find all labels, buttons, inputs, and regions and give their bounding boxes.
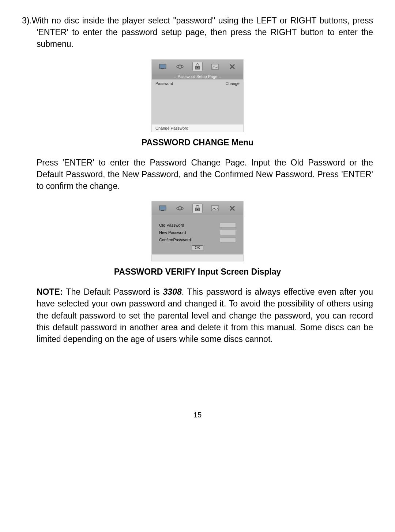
confirm-password-label: ConfirmPassword xyxy=(159,238,220,242)
old-password-field xyxy=(220,223,236,228)
page-number: 15 xyxy=(22,411,373,419)
image-icon xyxy=(210,62,220,71)
osd-title: .. Password Setup Page .. xyxy=(152,74,243,79)
svg-rect-15 xyxy=(211,206,219,211)
caption-password-change: PASSWORD CHANGE Menu xyxy=(22,138,373,148)
password-verify-figure: Old Password New Password ConfirmPasswor… xyxy=(22,201,373,261)
step-3-instruction: 3).With no disc inside the player select… xyxy=(22,15,373,50)
svg-rect-9 xyxy=(159,206,166,210)
svg-point-2 xyxy=(177,65,183,68)
display-icon xyxy=(158,62,168,71)
new-password-row: New Password xyxy=(159,230,236,235)
close-x-icon xyxy=(227,62,237,71)
osd-row-value: Change xyxy=(225,81,240,86)
password-change-paragraph: Press 'ENTER' to enter the Password Chan… xyxy=(22,157,373,192)
osd-screen-2: Old Password New Password ConfirmPasswor… xyxy=(151,201,244,261)
globe-ring-icon xyxy=(175,62,185,71)
osd-screen-1: .. Password Setup Page .. Password Chang… xyxy=(151,59,244,132)
old-password-label: Old Password xyxy=(159,223,220,227)
osd-row-label: Password xyxy=(155,81,173,86)
new-password-label: New Password xyxy=(159,230,220,235)
osd-password-row: Password Change xyxy=(155,81,240,86)
svg-rect-10 xyxy=(161,210,164,211)
svg-rect-6 xyxy=(211,64,219,69)
svg-point-14 xyxy=(197,209,198,210)
confirm-password-field xyxy=(220,237,236,242)
image-icon xyxy=(210,204,220,213)
note-paragraph: NOTE: The Default Password is 3308. This… xyxy=(22,286,373,345)
password-change-menu-figure: .. Password Setup Page .. Password Chang… xyxy=(22,59,373,132)
svg-point-11 xyxy=(177,207,183,210)
note-pre: The Default Password is xyxy=(66,287,163,297)
osd-form: Old Password New Password ConfirmPasswor… xyxy=(152,215,243,254)
globe-ring-icon xyxy=(175,204,185,213)
step-3-text: 3).With no disc inside the player select… xyxy=(22,15,373,50)
confirm-password-row: ConfirmPassword xyxy=(159,237,236,242)
svg-rect-1 xyxy=(161,68,164,69)
ok-button: OK xyxy=(192,245,203,250)
note-label: NOTE: xyxy=(37,287,66,297)
osd-footer: Change Password xyxy=(152,124,243,132)
lock-icon xyxy=(192,204,203,213)
caption-password-verify: PASSWORD VERIFY Input Screen Display xyxy=(22,267,373,277)
default-password: 3308 xyxy=(163,287,182,297)
display-icon xyxy=(158,204,168,213)
osd-body: Password Change xyxy=(152,79,243,124)
svg-rect-0 xyxy=(159,64,166,68)
osd-iconbar xyxy=(152,60,243,74)
osd-footer-2 xyxy=(152,254,243,261)
old-password-row: Old Password xyxy=(159,223,236,228)
new-password-field xyxy=(220,230,236,235)
close-x-icon xyxy=(227,204,237,213)
lock-icon xyxy=(192,62,203,71)
svg-point-5 xyxy=(197,67,198,68)
osd-iconbar-2 xyxy=(152,201,243,215)
